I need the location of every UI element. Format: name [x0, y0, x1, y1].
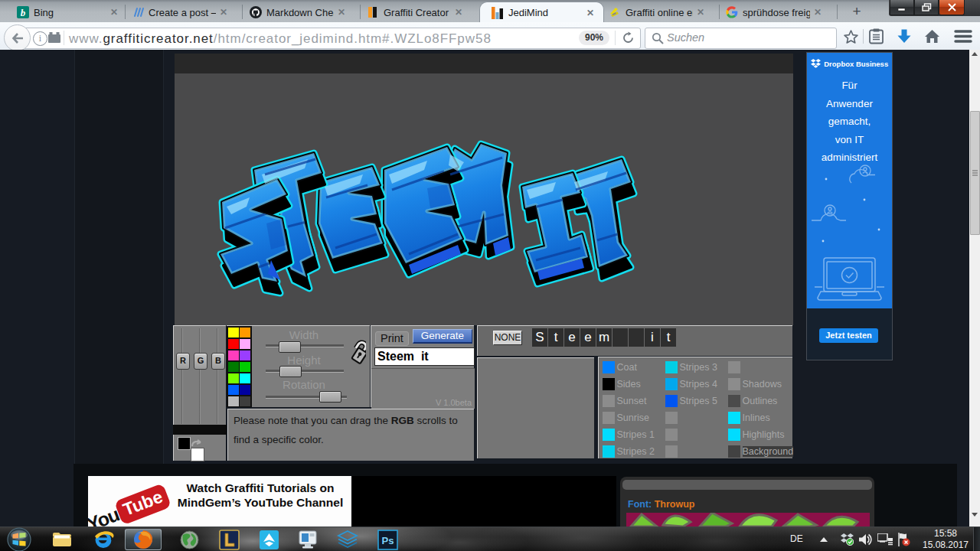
- svg-text:b: b: [21, 7, 26, 18]
- svg-text:Ps: Ps: [381, 535, 394, 546]
